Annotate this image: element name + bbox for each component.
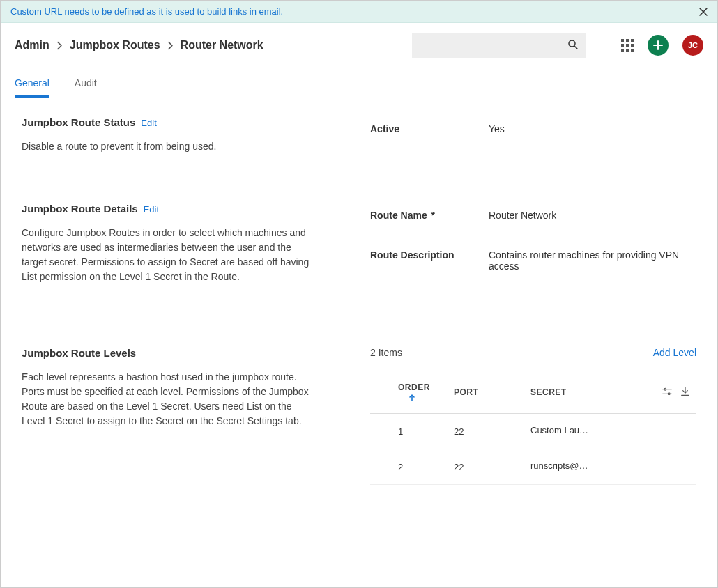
tabs: General Audit xyxy=(1,70,717,98)
required-indicator: * xyxy=(430,210,435,221)
section-levels-desc: Each level represents a bastion host use… xyxy=(22,370,314,428)
notification-banner: Custom URL needs to be defined as it is … xyxy=(1,1,717,23)
page-header: Admin Jumpbox Routes Router Network JC xyxy=(1,23,717,65)
field-route-name-label: Route Name * xyxy=(370,210,489,221)
table-row[interactable]: 2 22 runscripts@… xyxy=(370,449,696,485)
svg-point-0 xyxy=(569,40,575,47)
col-actions xyxy=(648,371,696,414)
search-input[interactable] xyxy=(419,40,567,51)
col-order-label: ORDER xyxy=(398,382,430,392)
table-header-row: ORDER PORT SECRET xyxy=(370,371,696,414)
levels-header-row: 2 Items Add Level xyxy=(370,347,696,371)
cell-order: 2 xyxy=(370,449,447,485)
avatar[interactable]: JC xyxy=(682,35,703,56)
close-icon[interactable] xyxy=(698,6,709,17)
field-route-desc: Route Description Contains router machin… xyxy=(370,235,696,279)
field-active: Active Yes xyxy=(370,116,696,141)
table-row[interactable]: 1 22 Custom Lau… xyxy=(370,414,696,449)
col-port[interactable]: PORT xyxy=(447,371,524,414)
svg-rect-3 xyxy=(626,39,629,42)
svg-point-14 xyxy=(668,392,670,394)
section-levels-title: Jumpbox Route Levels xyxy=(22,347,136,359)
cell-port: 22 xyxy=(447,449,524,485)
add-button[interactable] xyxy=(648,35,669,56)
edit-details-link[interactable]: Edit xyxy=(144,204,159,215)
download-icon[interactable] xyxy=(680,386,691,397)
cell-order: 1 xyxy=(370,414,447,449)
svg-point-11 xyxy=(664,388,666,390)
section-status-title: Jumpbox Route Status xyxy=(22,116,135,128)
col-secret-label: SECRET xyxy=(530,387,567,397)
col-secret[interactable]: SECRET xyxy=(524,371,648,414)
breadcrumb-current: Router Network xyxy=(181,39,263,52)
svg-rect-2 xyxy=(621,39,624,42)
cell-secret: runscripts@… xyxy=(524,449,648,485)
svg-rect-4 xyxy=(631,39,634,42)
breadcrumb-admin[interactable]: Admin xyxy=(15,39,49,52)
svg-rect-5 xyxy=(621,44,624,47)
field-active-value: Yes xyxy=(489,123,696,134)
add-level-link[interactable]: Add Level xyxy=(653,347,696,358)
svg-rect-8 xyxy=(621,49,624,52)
field-route-name-label-text: Route Name xyxy=(370,210,427,221)
levels-table: ORDER PORT SECRET xyxy=(370,371,696,485)
cell-port: 22 xyxy=(447,414,524,449)
breadcrumb: Admin Jumpbox Routes Router Network xyxy=(15,39,263,52)
col-order[interactable]: ORDER xyxy=(370,371,447,414)
col-port-label: PORT xyxy=(454,387,478,397)
chevron-right-icon xyxy=(166,41,175,50)
tab-general[interactable]: General xyxy=(15,70,49,98)
field-route-name: Route Name * Router Network xyxy=(370,203,696,228)
field-route-name-value: Router Network xyxy=(489,210,696,221)
section-status: Jumpbox Route Status Edit Disable a rout… xyxy=(22,116,696,154)
cell-secret-text: Custom Lau… xyxy=(530,425,588,435)
apps-icon[interactable] xyxy=(621,39,634,52)
section-details-title: Jumpbox Route Details xyxy=(22,203,138,215)
section-levels: Jumpbox Route Levels Each level represen… xyxy=(22,347,696,485)
svg-line-1 xyxy=(574,46,577,49)
chevron-right-icon xyxy=(55,41,64,50)
svg-rect-7 xyxy=(631,44,634,47)
search-box[interactable] xyxy=(412,33,586,58)
section-details: Jumpbox Route Details Edit Configure Jum… xyxy=(22,203,696,284)
cell-secret-text: runscripts@… xyxy=(530,461,588,471)
svg-rect-10 xyxy=(631,49,634,52)
content: Jumpbox Route Status Edit Disable a rout… xyxy=(1,98,717,485)
cell-secret: Custom Lau… xyxy=(524,414,648,449)
svg-rect-9 xyxy=(626,49,629,52)
svg-rect-6 xyxy=(626,44,629,47)
breadcrumb-jumpbox-routes[interactable]: Jumpbox Routes xyxy=(70,39,160,52)
search-icon[interactable] xyxy=(567,38,579,53)
field-route-desc-label: Route Description xyxy=(370,249,489,261)
section-details-desc: Configure Jumpbox Routes in order to sel… xyxy=(22,226,314,284)
notification-text: Custom URL needs to be defined as it is … xyxy=(10,6,283,17)
field-route-desc-value: Contains router machines for providing V… xyxy=(489,249,696,272)
section-status-desc: Disable a route to prevent it from being… xyxy=(22,139,314,154)
field-active-label: Active xyxy=(370,123,489,134)
tab-audit[interactable]: Audit xyxy=(75,70,97,98)
sort-asc-icon[interactable] xyxy=(408,394,416,402)
levels-count: 2 Items xyxy=(370,347,402,358)
columns-settings-icon[interactable] xyxy=(662,386,673,397)
edit-status-link[interactable]: Edit xyxy=(141,118,156,128)
